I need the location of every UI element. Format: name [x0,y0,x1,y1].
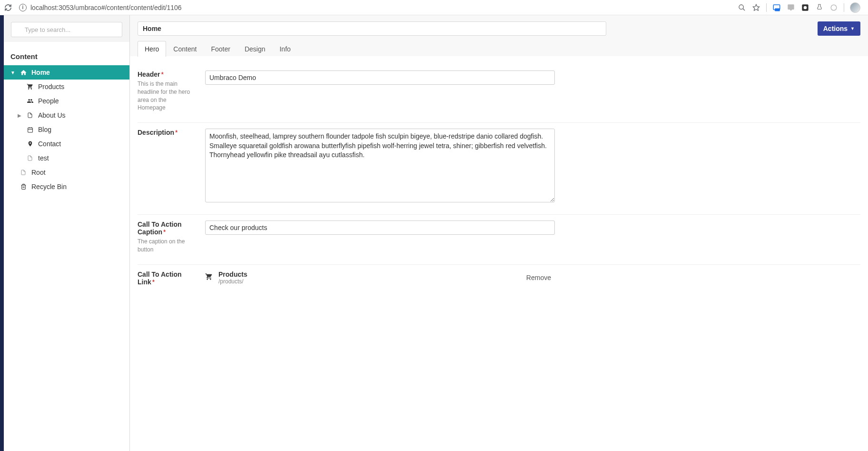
tree-label: About Us [38,111,66,119]
ext-icon-1[interactable] [772,3,781,12]
ext-icon-4[interactable] [815,3,824,12]
tree-item-test[interactable]: test [4,151,129,165]
caret-right-icon[interactable]: ▶ [17,113,22,118]
header-input[interactable] [205,70,555,85]
pin-icon [26,140,34,147]
field-cta-link: Call To Action Link* Products /products/… [138,265,860,296]
address-bar[interactable]: i localhost:3053/umbraco#/content/conten… [17,1,733,14]
zoom-icon[interactable] [738,3,746,12]
profile-avatar[interactable] [850,2,860,13]
tree-label: test [38,154,49,162]
svg-line-1 [743,9,745,10]
search-input[interactable] [11,22,122,37]
tree-label: Products [38,83,64,90]
reload-button[interactable] [4,3,12,12]
document-icon [26,155,34,161]
link-title: Products [218,271,247,278]
trash-icon [19,183,28,190]
svg-point-8 [831,5,837,10]
field-help: The caption on the button [138,238,194,254]
cart-icon [205,273,213,282]
field-cta-caption: Call To Action Caption* The caption on t… [138,215,860,265]
sidebar-section-title: Content [4,48,129,65]
caret-down-icon[interactable]: ▼ [10,70,15,75]
tree-label: Home [31,69,50,76]
svg-point-6 [804,6,807,9]
app-rail [0,15,4,451]
tabs: Hero Content Footer Design Info [130,36,868,57]
tree-label: Root [31,169,46,176]
info-icon[interactable]: i [19,4,27,11]
svg-marker-2 [753,4,759,10]
tree-item-blog[interactable]: Blog [4,122,129,137]
home-icon [19,69,28,76]
svg-rect-4 [775,8,780,11]
svg-point-0 [739,5,743,9]
people-icon [26,98,34,104]
document-icon [26,112,34,119]
document-icon [19,169,28,176]
field-label: Header [138,70,160,78]
tab-hero[interactable]: Hero [138,41,166,57]
tab-footer[interactable]: Footer [204,41,237,57]
calendar-icon [26,127,34,133]
chrome-divider-2 [844,3,844,12]
main-content: Actions ▼ Hero Content Footer Design Inf… [130,15,868,451]
cart-icon [26,83,34,90]
link-path: /products/ [218,278,247,285]
cta-link-picker[interactable]: Products /products/ Remove [205,271,555,285]
field-label: Call To Action Link [138,271,182,286]
field-help: This is the main headline for the hero a… [138,80,194,112]
tab-design[interactable]: Design [237,41,273,57]
browser-chrome: i localhost:3053/umbraco#/content/conten… [0,0,868,15]
tab-info[interactable]: Info [272,41,297,57]
tab-content[interactable]: Content [166,41,204,57]
sidebar: Content ▼ Home Products People [4,15,130,451]
tree-item-products[interactable]: Products [4,80,129,94]
tree-label: People [38,97,59,105]
tree-item-about[interactable]: ▶ About Us [4,108,129,122]
svg-rect-11 [28,128,32,132]
tree-item-home[interactable]: ▼ Home [4,65,129,80]
chevron-down-icon: ▼ [850,26,855,31]
tree-label: Blog [38,126,51,133]
url-text: localhost:3053/umbraco#/content/content/… [30,4,182,11]
chrome-divider [766,3,767,12]
field-header: Header* This is the main headline for th… [138,65,860,123]
tree-label: Contact [38,140,61,148]
tree-item-recycle[interactable]: Recycle Bin [4,180,129,194]
field-description: Description* [138,123,860,215]
cta-caption-input[interactable] [205,220,555,235]
remove-link-button[interactable]: Remove [523,272,555,283]
ext-icon-3[interactable] [801,3,809,12]
required-mark: * [175,129,178,136]
required-mark: * [161,70,163,78]
tree-item-people[interactable]: People [4,94,129,108]
required-mark: * [163,228,166,236]
star-icon[interactable] [752,3,760,12]
ext-icon-5[interactable] [829,3,838,12]
field-label: Call To Action Caption [138,220,182,236]
tree-label: Recycle Bin [31,183,67,190]
required-mark: * [152,278,155,286]
tree-item-root[interactable]: Root [4,165,129,180]
page-title-input[interactable] [138,21,606,36]
chrome-actions [738,2,864,13]
tree-item-contact[interactable]: Contact [4,137,129,151]
actions-label: Actions [823,25,848,32]
actions-button[interactable]: Actions ▼ [818,21,860,36]
field-label: Description [138,129,174,136]
description-textarea[interactable] [205,129,555,202]
ext-icon-2[interactable] [787,3,795,12]
